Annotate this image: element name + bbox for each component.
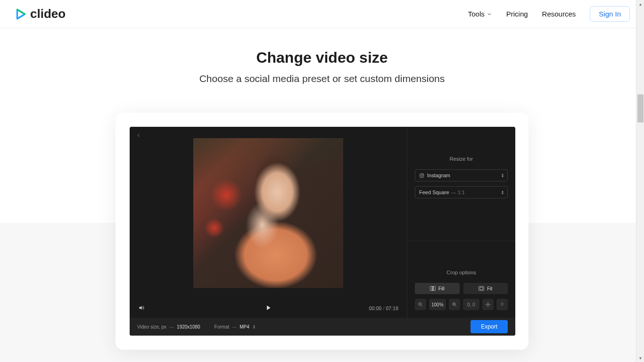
brand-logo[interactable]: clideo xyxy=(14,7,66,21)
scroll-down-icon[interactable]: ▾ xyxy=(636,354,644,362)
play-icon xyxy=(265,304,272,311)
side-panel: Resize for Instagram ▴▾ Feed Square — 1:… xyxy=(407,127,515,318)
scroll-thumb[interactable] xyxy=(637,94,644,123)
zoom-out-icon xyxy=(418,302,423,307)
top-nav: Tools Pricing Resources Sign In xyxy=(468,6,630,22)
fill-button[interactable]: Fill xyxy=(415,283,460,294)
move-button[interactable] xyxy=(482,299,494,310)
nav-pricing[interactable]: Pricing xyxy=(506,10,528,18)
select-stepper-icon: ▴▾ xyxy=(253,324,255,329)
scrollbar[interactable]: ▴ ▾ xyxy=(636,0,644,362)
format-select[interactable]: Format — MP4 ▴▾ xyxy=(215,324,255,329)
play-button[interactable] xyxy=(265,304,272,312)
fit-icon xyxy=(479,286,484,291)
volume-icon xyxy=(138,304,145,311)
fit-button[interactable]: Fit xyxy=(463,283,508,294)
position-value: 0, 0 xyxy=(463,299,480,310)
signin-button[interactable]: Sign In xyxy=(590,6,630,22)
svg-point-1 xyxy=(421,174,423,176)
time-display: 00:00/07:18 xyxy=(369,306,398,311)
hero-section: Change video size Choose a social media … xyxy=(0,28,644,99)
format-label: Format xyxy=(215,324,230,329)
nav-tools-label: Tools xyxy=(468,10,485,18)
video-size-value: 1920x1080 xyxy=(177,324,200,329)
chevron-left-icon xyxy=(136,133,141,138)
time-current: 00:00 xyxy=(369,306,382,311)
resize-for-label: Resize for xyxy=(415,156,508,162)
select-stepper-icon: ▴▾ xyxy=(502,190,504,195)
export-button[interactable]: Export xyxy=(471,320,508,333)
nav-resources[interactable]: Resources xyxy=(542,10,576,18)
nav-pricing-label: Pricing xyxy=(506,10,528,18)
video-frame[interactable] xyxy=(193,138,343,288)
zoom-in-button[interactable] xyxy=(449,299,460,310)
crop-options-label: Crop options xyxy=(415,270,508,275)
preset-ratio: — 1:1 xyxy=(451,189,465,195)
fill-label: Fill xyxy=(438,286,445,291)
color-button[interactable] xyxy=(496,299,508,310)
nav-tools[interactable]: Tools xyxy=(468,10,492,18)
preset-name: Feed Square xyxy=(419,189,449,195)
video-size-label: Video size, px xyxy=(137,324,166,329)
svg-rect-5 xyxy=(479,287,484,291)
player-controls: 00:00/07:18 xyxy=(130,299,407,318)
fit-label: Fit xyxy=(487,286,492,291)
format-value: MP4 xyxy=(239,324,249,329)
zoom-value: 100% xyxy=(429,299,446,310)
video-size-info: Video size, px — 1920x1080 xyxy=(137,324,200,329)
move-icon xyxy=(485,302,491,307)
preset-select[interactable]: Feed Square — 1:1 ▴▾ xyxy=(415,186,508,198)
page-subtitle: Choose a social media preset or set cust… xyxy=(0,73,644,84)
page-title: Change video size xyxy=(0,49,644,66)
scroll-up-icon[interactable]: ▴ xyxy=(636,0,644,8)
instagram-icon xyxy=(419,173,424,178)
site-header: clideo Tools Pricing Resources Sign In xyxy=(0,0,644,28)
chevron-down-icon xyxy=(487,11,492,17)
preview-stage xyxy=(130,127,407,299)
svg-rect-6 xyxy=(480,288,483,290)
zoom-out-button[interactable] xyxy=(415,299,426,310)
editor-bottom-bar: Video size, px — 1920x1080 Format — MP4 … xyxy=(130,318,515,336)
time-total: 07:18 xyxy=(386,306,398,311)
back-button[interactable] xyxy=(136,132,141,139)
paint-icon xyxy=(499,302,505,307)
svg-rect-4 xyxy=(431,287,434,291)
play-icon xyxy=(14,8,26,20)
preview-panel: 00:00/07:18 xyxy=(130,127,407,318)
brand-name: clideo xyxy=(30,7,66,21)
platform-select[interactable]: Instagram ▴▾ xyxy=(415,169,508,181)
platform-value: Instagram xyxy=(427,173,450,178)
nav-resources-label: Resources xyxy=(542,10,576,18)
editor-card: 00:00/07:18 Resize for Instagram ▴▾ Feed… xyxy=(116,113,528,350)
video-editor: 00:00/07:18 Resize for Instagram ▴▾ Feed… xyxy=(130,127,515,336)
select-stepper-icon: ▴▾ xyxy=(502,173,504,178)
volume-button[interactable] xyxy=(138,304,145,312)
fill-icon xyxy=(430,286,436,291)
svg-point-2 xyxy=(423,174,423,174)
zoom-in-icon xyxy=(452,302,457,307)
